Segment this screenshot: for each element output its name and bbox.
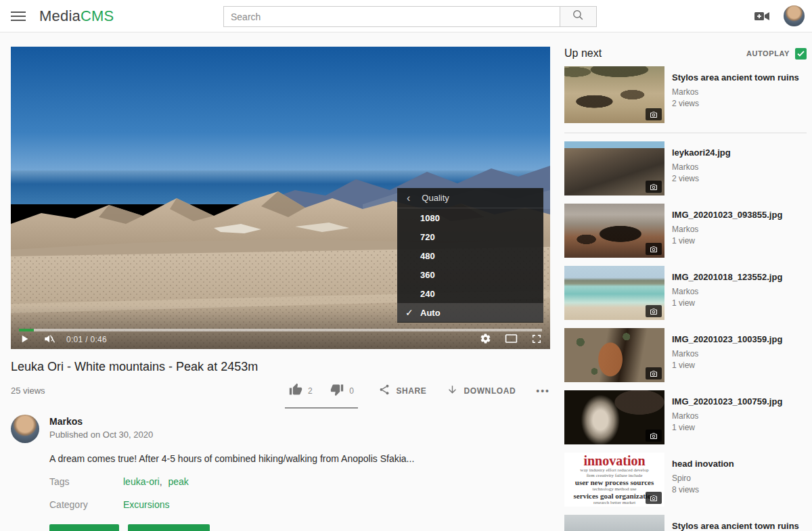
- share-icon: [378, 384, 390, 398]
- check-icon: ✓: [405, 307, 420, 318]
- delete-media-button[interactable]: DELETE MEDIA: [128, 524, 210, 531]
- category-label: Category: [49, 499, 123, 510]
- camera-icon: [650, 494, 658, 502]
- author-block: Markos Published on Oct 30, 2020: [11, 415, 550, 443]
- thumbs-down-icon: [330, 383, 344, 398]
- search-bar: [223, 6, 597, 27]
- video-player[interactable]: 0:01 / 0:46 ‹ Qua: [11, 47, 550, 349]
- quality-option-240[interactable]: 240: [397, 284, 543, 303]
- camera-icon: [650, 308, 658, 315]
- quality-menu-title: Quality: [422, 193, 449, 203]
- tags-label: Tags: [49, 476, 123, 487]
- top-bar: MediaCMS: [0, 0, 812, 32]
- up-next-item-8[interactable]: Stylos area ancient town ruins: [564, 515, 807, 531]
- tags-row: Tags leuka-ori, peak: [49, 476, 550, 487]
- gear-icon: [480, 333, 491, 346]
- media-description: A dream comes true! After 4-5 hours of c…: [49, 453, 550, 464]
- photo-badge: [646, 430, 662, 442]
- theater-mode-button[interactable]: [505, 333, 518, 346]
- theater-mode-icon: [505, 333, 518, 346]
- play-icon: [19, 333, 30, 346]
- photo-badge: [646, 305, 662, 317]
- thumbs-up-icon: [289, 383, 302, 398]
- fullscreen-icon: [531, 333, 542, 346]
- share-button[interactable]: SHARE: [378, 384, 426, 398]
- more-actions-button[interactable]: •••: [536, 386, 550, 396]
- thumbnail: [564, 328, 664, 382]
- volume-muted-icon: [43, 333, 55, 347]
- view-count: 25 views: [11, 386, 45, 396]
- dislike-button[interactable]: 0: [330, 383, 354, 398]
- up-next-item-5[interactable]: IMG_20201023_100359.jpg Markos 1 view: [564, 328, 807, 382]
- photo-badge: [646, 243, 662, 255]
- settings-button[interactable]: [480, 333, 491, 346]
- search-input[interactable]: [223, 6, 560, 27]
- up-next-item-2[interactable]: leykaori24.jpg Markos 2 views: [564, 141, 807, 195]
- quality-option-360[interactable]: 360: [397, 265, 543, 284]
- category-link[interactable]: Excursions: [123, 499, 169, 510]
- author-name[interactable]: Markos: [49, 416, 153, 427]
- back-icon: ‹: [407, 192, 410, 204]
- checkmark-icon: [797, 51, 805, 57]
- photo-badge: [646, 367, 662, 379]
- logo-media: Media: [39, 7, 81, 24]
- quality-option-720[interactable]: 720: [397, 227, 543, 246]
- media-actions: 2 0 SHARE DOWNLOAD •••: [285, 383, 550, 398]
- dislike-count: 0: [349, 386, 354, 396]
- camera-icon: [650, 432, 658, 440]
- play-button[interactable]: [19, 333, 30, 346]
- thumbnail: [564, 390, 664, 444]
- thumbnail: [564, 141, 664, 195]
- category-row: Category Excursions: [49, 499, 550, 510]
- sidebar-divider: [564, 133, 807, 133]
- camera-icon: [650, 370, 658, 377]
- up-next-item-7[interactable]: innovation way industry effort reduced d…: [564, 453, 807, 507]
- autoplay-checkbox[interactable]: [795, 48, 807, 60]
- fullscreen-button[interactable]: [531, 333, 542, 346]
- time-display: 0:01 / 0:46: [66, 335, 107, 344]
- download-button[interactable]: DOWNLOAD: [447, 384, 516, 398]
- up-next-sidebar: Up next AUTOPLAY Stylos area ancient tow…: [564, 47, 807, 531]
- photo-badge: [646, 492, 662, 504]
- up-next-item-4[interactable]: IMG_20201018_123552.jpg Markos 1 view: [564, 266, 807, 320]
- search-button[interactable]: [560, 6, 597, 27]
- up-next-heading: Up next: [564, 47, 602, 60]
- thumbnail: innovation way industry effort reduced d…: [564, 453, 664, 507]
- thumbnail: [564, 515, 664, 531]
- like-button[interactable]: 2: [289, 383, 313, 398]
- user-avatar[interactable]: [784, 5, 805, 26]
- thumbnail: [564, 266, 664, 320]
- author-avatar[interactable]: [11, 415, 39, 443]
- camera-icon: [650, 183, 658, 191]
- download-icon: [447, 384, 458, 398]
- mute-button[interactable]: [43, 333, 55, 347]
- search-icon: [572, 9, 585, 24]
- camera-icon: [650, 246, 658, 253]
- main-content: 0:01 / 0:46 ‹ Qua: [0, 32, 812, 531]
- app-logo[interactable]: MediaCMS: [39, 7, 114, 25]
- quality-option-1080[interactable]: 1080: [397, 208, 543, 227]
- logo-cms: CMS: [81, 7, 114, 24]
- like-count: 2: [308, 386, 313, 396]
- up-next-item-6[interactable]: IMG_20201023_100759.jpg Markos 1 view: [564, 390, 807, 444]
- photo-badge: [646, 108, 662, 120]
- publish-date: Published on Oct 30, 2020: [49, 430, 153, 440]
- tag-link-peak[interactable]: peak: [168, 476, 188, 487]
- rate-group: 2 0: [285, 383, 359, 409]
- up-next-item-3[interactable]: IMG_20201023_093855.jpg Markos 1 view: [564, 204, 807, 258]
- quality-option-auto[interactable]: ✓ Auto: [397, 303, 543, 322]
- tag-link-leuka-ori[interactable]: leuka-ori: [123, 476, 160, 487]
- quality-option-480[interactable]: 480: [397, 246, 543, 265]
- photo-badge: [646, 181, 662, 193]
- upload-media-icon[interactable]: [754, 9, 770, 23]
- autoplay-label: AUTOPLAY: [746, 49, 790, 57]
- quality-menu: ‹ Quality 1080 720 480 360 240 ✓ Auto: [397, 188, 543, 323]
- quality-menu-back[interactable]: ‹ Quality: [397, 188, 543, 208]
- up-next-item-1[interactable]: Stylos area ancient town ruins Markos 2 …: [564, 66, 807, 123]
- thumbnail: [564, 66, 664, 123]
- thumbnail: [564, 204, 664, 258]
- edit-media-button[interactable]: EDIT MEDIA: [49, 524, 119, 531]
- player-controls: 0:01 / 0:46: [11, 331, 550, 349]
- menu-icon[interactable]: [11, 9, 26, 23]
- camera-icon: [650, 111, 658, 118]
